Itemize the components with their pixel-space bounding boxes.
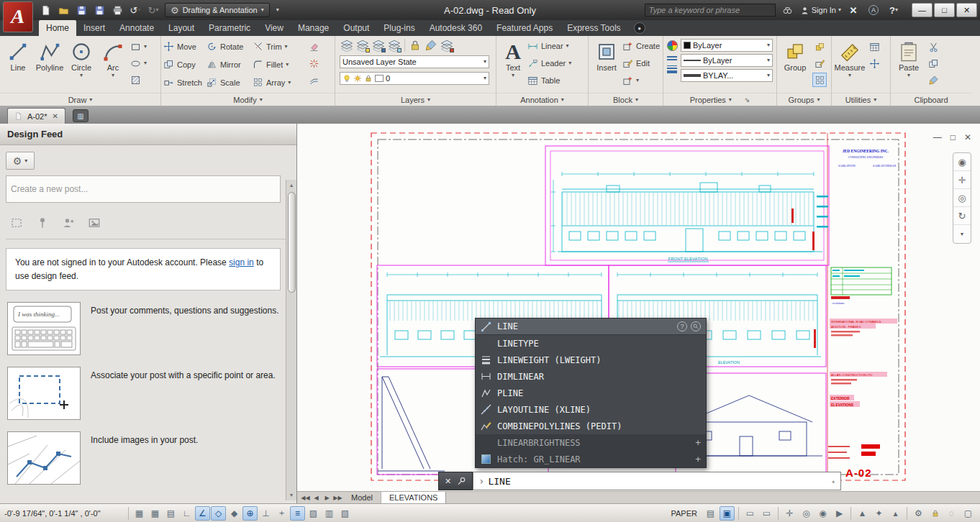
maximize-button[interactable]: □ — [934, 3, 955, 17]
command-close-icon[interactable]: ✕ — [445, 477, 451, 486]
quick-view-drawings-button[interactable]: ▭ — [759, 506, 774, 521]
object-snap-toggle[interactable]: ◇ — [211, 506, 226, 521]
dynamic-input-toggle[interactable]: ＋ — [274, 506, 289, 521]
object-snap-tracking-toggle[interactable]: ⊕ — [242, 506, 258, 521]
tab-home[interactable]: Home — [39, 20, 76, 36]
array-button[interactable]: Array▾ — [253, 74, 307, 91]
annotation-panel-title[interactable]: Annotation▾ — [496, 93, 588, 106]
search-input[interactable] — [649, 6, 771, 14]
dialog-launcher-icon[interactable]: ⇘ — [745, 96, 750, 104]
infer-constraints-toggle[interactable]: ▦ — [132, 506, 147, 521]
select-area-button[interactable] — [7, 214, 26, 232]
stretch-button[interactable]: Stretch — [163, 74, 207, 91]
paper-space-button[interactable]: ▣ — [720, 506, 735, 521]
explode-button[interactable] — [309, 56, 319, 70]
move-button[interactable]: Move — [163, 38, 207, 55]
autodesk360-button[interactable]: A — [866, 3, 881, 17]
sign-in-link[interactable]: sign in — [229, 257, 254, 267]
lineweight-dropdown[interactable]: BYLAY...▾ — [681, 69, 773, 82]
layer-dropdown[interactable]: 0 ▾ — [340, 72, 489, 85]
color-wheel-icon[interactable] — [667, 40, 678, 51]
quick-properties-toggle[interactable]: ▥ — [322, 506, 337, 521]
tab-annotate[interactable]: Annotate — [112, 20, 161, 36]
close-button[interactable]: ✕ — [956, 3, 977, 17]
search-button[interactable] — [780, 3, 796, 17]
object-color-dropdown[interactable]: ByLayer▾ — [681, 39, 773, 52]
erase-button[interactable] — [309, 40, 319, 54]
ellipse-button[interactable]: ▾ — [130, 56, 147, 70]
layer-freeze-button[interactable] — [387, 38, 401, 52]
sign-in-button[interactable]: Sign In ▾ — [800, 6, 841, 15]
group-edit-button[interactable] — [812, 56, 827, 70]
drawing-minimize-button[interactable]: — — [933, 132, 942, 142]
minimize-button[interactable]: — — [912, 3, 933, 17]
utilities-panel-title[interactable]: Utilities▾ — [832, 93, 890, 106]
edit-block-button[interactable]: Edit — [622, 55, 660, 72]
group-button[interactable]: Group — [779, 37, 811, 91]
tab-output[interactable]: Output — [336, 20, 376, 36]
match-properties-button[interactable] — [926, 73, 940, 87]
suggestion-hatch-gr-linear[interactable]: Hatch: GR_LINEAR + — [476, 451, 706, 467]
zoom-button[interactable]: ◎ — [953, 189, 971, 207]
annotation-visibility-toggle[interactable]: ▲ — [855, 506, 870, 521]
space-mode-label[interactable]: PAPER — [671, 509, 697, 518]
block-attributes-button[interactable]: ▾ — [622, 72, 660, 89]
recent-commands-button[interactable]: ▴ — [832, 477, 835, 485]
save-button[interactable] — [73, 3, 89, 17]
orbit-button[interactable]: ↻ — [953, 207, 971, 225]
file-tab-a02[interactable]: A-02* ✕ — [7, 108, 65, 124]
linetype-dropdown[interactable]: ByLayer▾ — [681, 54, 773, 67]
plot-button[interactable] — [109, 3, 125, 17]
suggestion-dimlinear[interactable]: DIMLINEAR — [476, 368, 706, 385]
lineweight-toggle[interactable]: ≡ — [290, 506, 305, 521]
suggestion-lineweight[interactable]: LINEWEIGHT (LWEIGHT) — [476, 352, 706, 368]
suggestion-line[interactable]: LINE ? — [476, 319, 706, 335]
prev-layout-button[interactable]: ◀ — [311, 492, 322, 503]
workspace-switcher[interactable]: ⚙ Drafting & Annotation ▾ — [165, 3, 270, 17]
file-tab-close-icon[interactable]: ✕ — [53, 112, 58, 120]
arc-button[interactable]: Arc▾ — [97, 37, 129, 91]
dynamic-ucs-toggle[interactable]: ⊥ — [258, 506, 273, 521]
exchange-apps-button[interactable]: ✕ — [845, 3, 861, 17]
leader-button[interactable]: Leader▾ — [527, 55, 571, 72]
suggestion-linetype[interactable]: LINETYPE — [476, 335, 706, 352]
file-tab-overflow-button[interactable]: ▥ — [73, 109, 89, 122]
draw-panel-title[interactable]: Draw▾ — [0, 93, 160, 106]
customize-wrench-icon[interactable] — [456, 476, 466, 486]
help-button[interactable]: ?▾ — [886, 3, 902, 17]
scale-button[interactable]: Scale — [207, 74, 253, 91]
last-layout-button[interactable]: ▶▶ — [332, 492, 343, 503]
suggestion-linearbrightness[interactable]: LINEARBRIGHTNESS + — [476, 434, 706, 451]
block-panel-title[interactable]: Block▾ — [589, 93, 663, 106]
rotate-button[interactable]: Rotate — [207, 38, 253, 55]
pan-button[interactable]: ✛ — [953, 171, 971, 189]
modify-panel-title[interactable]: Modify▾ — [161, 93, 335, 106]
qat-customize-button[interactable]: ▾ — [273, 3, 282, 17]
tab-featured-apps[interactable]: Featured Apps — [489, 20, 560, 36]
scroll-up-icon[interactable]: ▴ — [286, 180, 296, 191]
layer-lock-button[interactable] — [408, 38, 422, 52]
circle-button[interactable]: Circle▾ — [65, 37, 97, 91]
hatch-button[interactable] — [130, 73, 147, 87]
feed-scrollbar[interactable]: ▴ ▾ — [286, 180, 296, 500]
create-block-button[interactable]: Create — [622, 37, 660, 55]
model-space-button[interactable]: ▤ — [703, 506, 718, 521]
layer-walk-button[interactable] — [440, 38, 454, 52]
steering-wheel-tool-button[interactable]: ◉ — [815, 506, 830, 521]
measure-button[interactable]: Measure▾ — [834, 37, 866, 91]
suggestion-pline[interactable]: PLINE — [476, 385, 706, 401]
trim-button[interactable]: Trim▾ — [253, 38, 307, 55]
autoscale-toggle[interactable]: ✦ — [871, 506, 886, 521]
snap-toggle[interactable]: ▦ — [148, 506, 163, 521]
save-as-button[interactable] — [91, 3, 107, 17]
command-help-icon[interactable]: ? — [677, 321, 687, 331]
mirror-button[interactable]: Mirror — [207, 56, 253, 73]
copy-button[interactable]: Copy — [163, 56, 207, 73]
offset-button[interactable] — [309, 73, 319, 87]
copy-clip-button[interactable] — [926, 56, 940, 70]
undo-button[interactable]: ↺▾ — [127, 3, 143, 17]
line-button[interactable]: Line — [2, 37, 34, 91]
application-menu-button[interactable]: A — [3, 1, 33, 32]
pan-tool-button[interactable]: ✛ — [782, 506, 797, 521]
elevations-layout-tab[interactable]: ELEVATIONS — [381, 492, 446, 503]
